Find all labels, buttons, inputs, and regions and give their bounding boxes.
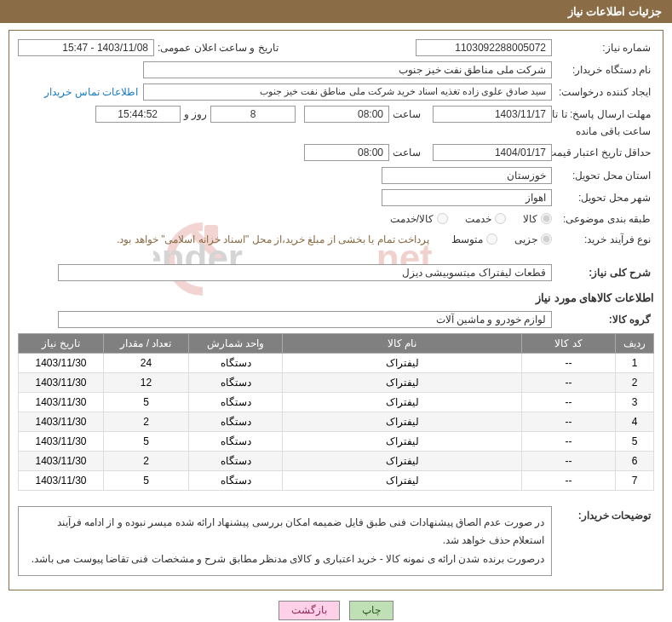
- back-button[interactable]: بازگشت: [279, 601, 340, 620]
- cell-unit: دستگاه: [189, 392, 283, 412]
- price-time-label: ساعت: [389, 145, 424, 160]
- table-row: 3--لیفتراکدستگاه51403/11/30: [19, 392, 654, 412]
- cell-name: لیفتراک: [283, 353, 522, 372]
- province-value: خوزستان: [382, 167, 552, 184]
- cell-name: لیفتراک: [283, 451, 522, 470]
- radio-small-label: جزیی: [514, 233, 537, 245]
- table-row: 2--لیفتراکدستگاه121403/11/30: [19, 372, 654, 392]
- cell-n: 1: [616, 353, 654, 372]
- cell-n: 7: [616, 470, 654, 490]
- cell-unit: دستگاه: [189, 353, 283, 372]
- cell-code: --: [522, 451, 616, 470]
- cell-date: 1403/11/30: [19, 392, 104, 412]
- city-value: اهواز: [382, 189, 552, 206]
- cell-unit: دستگاه: [189, 451, 283, 470]
- days-label: روز و: [181, 107, 210, 122]
- cell-n: 6: [616, 451, 654, 470]
- announce-value: 1403/11/08 - 15:47: [18, 39, 154, 56]
- table-row: 4--لیفتراکدستگاه21403/11/30: [19, 412, 654, 431]
- cell-qty: 12: [104, 372, 189, 392]
- th-row: ردیف: [616, 333, 654, 353]
- th-date: تاریخ نیاز: [19, 333, 104, 353]
- cell-qty: 2: [104, 412, 189, 431]
- requester-label: ایجاد کننده درخواست:: [552, 84, 654, 100]
- summary-label: شرح کلی نیاز:: [552, 265, 654, 280]
- cell-n: 4: [616, 412, 654, 431]
- form-panel: AriaTender .net شماره نیاز: 110309228800…: [9, 30, 663, 590]
- table-row: 1--لیفتراکدستگاه241403/11/30: [19, 353, 654, 372]
- cell-name: لیفتراک: [283, 372, 522, 392]
- radio-medium[interactable]: متوسط: [451, 233, 497, 245]
- cell-n: 3: [616, 392, 654, 412]
- radio-goods-service-label: کالا/خدمت: [390, 213, 434, 225]
- cell-code: --: [522, 470, 616, 490]
- radio-small[interactable]: جزیی: [514, 233, 552, 245]
- cell-qty: 2: [104, 451, 189, 470]
- need-number-label: شماره نیاز:: [552, 40, 654, 55]
- days-remaining: 8: [210, 106, 296, 123]
- buyer-notes-line1: در صورت عدم الصاق پیشنهادات فنی طبق فایل…: [26, 514, 544, 550]
- cell-code: --: [522, 412, 616, 431]
- cell-unit: دستگاه: [189, 431, 283, 451]
- print-button[interactable]: چاپ: [349, 601, 393, 620]
- announce-label: تاریخ و ساعت اعلان عمومی:: [154, 40, 282, 55]
- cell-code: --: [522, 431, 616, 451]
- cell-date: 1403/11/30: [19, 451, 104, 470]
- buyer-contact-link[interactable]: اطلاعات تماس خریدار: [39, 84, 143, 100]
- radio-medium-label: متوسط: [451, 233, 483, 245]
- page-title: جزئیات اطلاعات نیاز: [0, 0, 672, 23]
- table-row: 7--لیفتراکدستگاه51403/11/30: [19, 470, 654, 490]
- buyer-notes-label: توضیحات خریدار:: [552, 503, 654, 523]
- cell-qty: 5: [104, 392, 189, 412]
- cell-date: 1403/11/30: [19, 431, 104, 451]
- price-validity-date: 1404/01/17: [433, 144, 552, 161]
- buyer-notes-box: در صورت عدم الصاق پیشنهادات فنی طبق فایل…: [18, 506, 552, 577]
- cell-code: --: [522, 392, 616, 412]
- cell-qty: 24: [104, 353, 189, 372]
- th-name: نام کالا: [283, 333, 522, 353]
- cell-date: 1403/11/30: [19, 412, 104, 431]
- cell-unit: دستگاه: [189, 412, 283, 431]
- buyer-org-value: شرکت ملی مناطق نفت خیز جنوب: [143, 61, 552, 78]
- cell-name: لیفتراک: [283, 470, 522, 490]
- price-validity-time: 08:00: [304, 144, 389, 161]
- payment-note: پرداخت تمام یا بخشی از مبلغ خرید،از محل …: [112, 232, 434, 247]
- cell-code: --: [522, 372, 616, 392]
- deadline-date: 1403/11/17: [433, 106, 552, 123]
- price-validity-label: حداقل تاریخ اعتبار قیمت: تا تاریخ:: [552, 144, 654, 162]
- cell-n: 2: [616, 372, 654, 392]
- radio-goods-service[interactable]: کالا/خدمت: [390, 213, 448, 225]
- city-label: شهر محل تحویل:: [552, 190, 654, 205]
- buyer-org-label: نام دستگاه خریدار:: [552, 62, 654, 78]
- remaining-label: ساعت باقی مانده: [572, 124, 654, 139]
- cell-unit: دستگاه: [189, 470, 283, 490]
- province-label: استان محل تحویل:: [552, 168, 654, 183]
- radio-goods-label: کالا: [523, 213, 537, 225]
- cell-unit: دستگاه: [189, 372, 283, 392]
- items-table: ردیف کد کالا نام کالا واحد شمارش تعداد /…: [18, 333, 654, 491]
- cell-qty: 5: [104, 470, 189, 490]
- th-code: کد کالا: [522, 333, 616, 353]
- deadline-time-label: ساعت: [389, 107, 424, 122]
- deadline-label: مهلت ارسال پاسخ: تا تاریخ:: [552, 106, 654, 124]
- radio-service[interactable]: خدمت: [465, 213, 506, 225]
- radio-service-label: خدمت: [465, 213, 491, 225]
- table-row: 5--لیفتراکدستگاه51403/11/30: [19, 431, 654, 451]
- cell-date: 1403/11/30: [19, 470, 104, 490]
- buyer-notes-line2: درصورت برنده شدن ارائه ی نمونه کالا - خر…: [26, 550, 544, 569]
- cell-n: 5: [616, 431, 654, 451]
- th-unit: واحد شمارش: [189, 333, 283, 353]
- radio-goods[interactable]: کالا: [523, 213, 552, 225]
- cell-code: --: [522, 353, 616, 372]
- countdown: 15:44:52: [95, 106, 181, 123]
- items-section-title: اطلاعات کالاهای مورد نیاز: [18, 291, 654, 304]
- need-number-value: 1103092288005072: [416, 39, 552, 56]
- cell-date: 1403/11/30: [19, 353, 104, 372]
- table-row: 6--لیفتراکدستگاه21403/11/30: [19, 451, 654, 470]
- requester-value: سید صادق علوی زاده تغذیه اسناد خرید شرکت…: [143, 84, 552, 101]
- goods-group-label: گروه کالا:: [552, 312, 654, 327]
- deadline-time: 08:00: [304, 106, 389, 123]
- cell-name: لیفتراک: [283, 392, 522, 412]
- cell-qty: 5: [104, 431, 189, 451]
- summary-value: قطعات لیفتراک میتسوبیشی دیزل: [58, 264, 552, 281]
